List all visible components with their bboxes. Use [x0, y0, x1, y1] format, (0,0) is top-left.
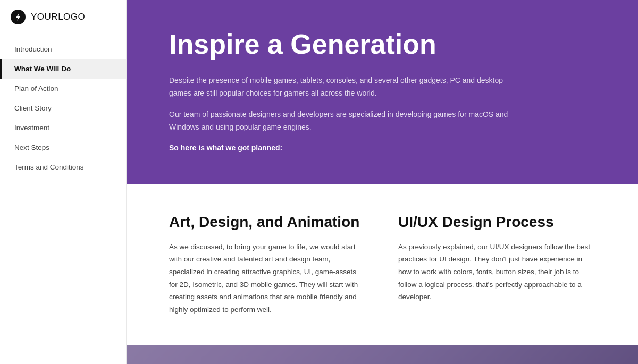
sidebar-item-what-we-will-do[interactable]: What We Will Do: [0, 59, 126, 79]
sidebar-item-introduction[interactable]: Introduction: [0, 39, 126, 59]
bolt-icon: [14, 13, 22, 21]
logo-icon: [11, 10, 26, 24]
card-art-design-body: As we discussed, to bring your game to l…: [169, 241, 366, 316]
card-art-design: Art, Design, and Animation As we discuss…: [169, 213, 366, 316]
sidebar: YOURLOGO IntroductionWhat We Will DoPlan…: [0, 0, 127, 364]
cards-section: Art, Design, and Animation As we discuss…: [127, 184, 638, 345]
logo-text: YOURLOGO: [31, 12, 85, 22]
hero-paragraph-2: Our team of passionate designers and dev…: [169, 108, 509, 134]
sidebar-item-next-steps[interactable]: Next Steps: [0, 138, 126, 157]
card-ui-ux-body: As previously explained, our UI/UX desig…: [398, 241, 595, 303]
card-ui-ux: UI/UX Design Process As previously expla…: [398, 213, 595, 316]
sidebar-item-client-story[interactable]: Client Story: [0, 98, 126, 118]
card-art-design-title: Art, Design, and Animation: [169, 213, 366, 231]
sidebar-item-terms-and-conditions[interactable]: Terms and Conditions: [0, 157, 126, 177]
sidebar-item-plan-of-action[interactable]: Plan of Action: [0, 79, 126, 98]
card-ui-ux-title: UI/UX Design Process: [398, 213, 595, 231]
photo-section: [127, 345, 638, 364]
hero-section: Inspire a Generation Despite the presenc…: [127, 0, 638, 184]
sidebar-item-investment[interactable]: Investment: [0, 118, 126, 138]
svg-marker-0: [16, 13, 20, 21]
logo-area: YOURLOGO: [0, 0, 126, 34]
hero-highlight: So here is what we got planned:: [169, 142, 595, 155]
hero-paragraph-1: Despite the presence of mobile games, ta…: [169, 74, 509, 100]
main-content: Inspire a Generation Despite the presenc…: [127, 0, 638, 364]
hero-title: Inspire a Generation: [169, 29, 595, 60]
sidebar-nav: IntroductionWhat We Will DoPlan of Actio…: [0, 34, 126, 177]
